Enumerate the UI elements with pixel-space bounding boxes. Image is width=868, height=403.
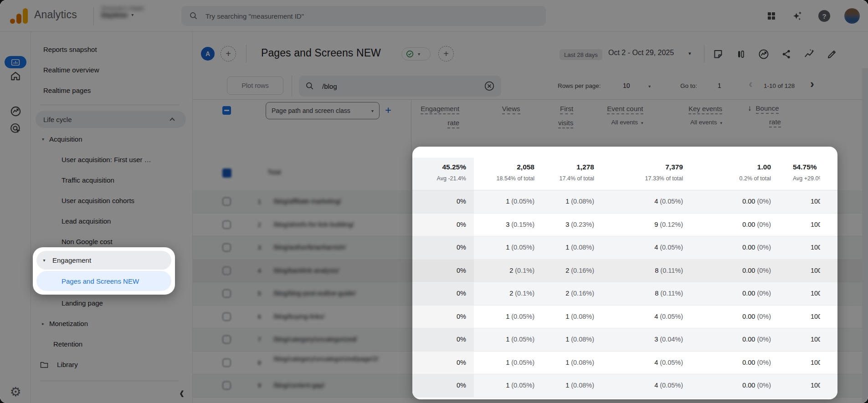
totals-engagement-rate: 45.25% Avg -21.4% bbox=[412, 158, 474, 190]
totals-bounce-rate: 54.75% Avg +29.0% bbox=[779, 158, 820, 190]
cell-event-count: 4 (0.05%) bbox=[601, 352, 690, 374]
cell-event-count: 8 (0.11%) bbox=[601, 260, 690, 282]
cell-event-count: 3 (0.04%) bbox=[601, 328, 690, 351]
cell-engagement-rate: 0% bbox=[412, 328, 474, 351]
cell-event-count: 4 (0.05%) bbox=[601, 190, 690, 213]
totals-views: 2,058 18.54% of total bbox=[474, 158, 542, 190]
cell-views: 1 (0.05%) bbox=[474, 306, 542, 328]
metrics-row[interactable]: 0%1 (0.05%)1 (0.08%)4 (0.05%)0.00 (0%)10… bbox=[412, 306, 837, 329]
metrics-row[interactable]: 0%1 (0.05%)1 (0.08%)4 (0.05%)0.00 (0%)10… bbox=[412, 236, 837, 260]
cell-first-visits: 3 (0.23%) bbox=[542, 214, 601, 236]
cell-event-count: 4 (0.05%) bbox=[601, 374, 690, 397]
nav-parent-label: Engagement bbox=[52, 256, 91, 264]
cell-first-visits: 1 (0.08%) bbox=[542, 236, 601, 259]
cell-bounce-rate: 100% bbox=[779, 214, 820, 236]
cell-bounce-rate: 100% bbox=[779, 352, 820, 374]
cell-engagement-rate: 0% bbox=[412, 352, 474, 374]
nav-item-pages-and-screens-new-selected[interactable]: Pages and Screens NEW bbox=[36, 271, 171, 291]
cell-key-events: 0.00 (0%) bbox=[690, 214, 779, 236]
cell-bounce-rate: 100% bbox=[779, 190, 820, 213]
metrics-row[interactable]: 0%2 (0.1%)2 (0.16%)8 (0.11%)0.00 (0%)100… bbox=[412, 260, 837, 283]
analytics-window: Analytics Shopmatic's Digital Daytime▾ T… bbox=[0, 0, 868, 403]
cell-bounce-rate: 100% bbox=[779, 236, 820, 259]
cell-key-events: 0.00 (0%) bbox=[690, 190, 779, 213]
cell-views: 3 (0.15%) bbox=[474, 214, 542, 236]
cell-first-visits: 1 (0.08%) bbox=[542, 374, 601, 397]
metrics-row[interactable]: 0%2 (0.1%)2 (0.16%)8 (0.11%)0.00 (0%)100… bbox=[412, 282, 837, 306]
metrics-row[interactable]: 0%1 (0.05%)1 (0.08%)3 (0.04%)0.00 (0%)10… bbox=[412, 328, 837, 352]
cell-key-events: 0.00 (0%) bbox=[690, 260, 779, 282]
cell-event-count: 9 (0.12%) bbox=[601, 214, 690, 236]
cell-key-events: 0.00 (0%) bbox=[690, 374, 779, 397]
nav-parent-engagement[interactable]: ▾ Engagement bbox=[36, 251, 171, 270]
cell-engagement-rate: 0% bbox=[412, 306, 474, 328]
cell-views: 1 (0.05%) bbox=[474, 190, 542, 213]
cell-bounce-rate: 100% bbox=[779, 328, 820, 351]
cell-engagement-rate: 0% bbox=[412, 214, 474, 236]
cell-key-events: 0.00 (0%) bbox=[690, 282, 779, 305]
totals-first-visits: 1,278 17.4% of total bbox=[542, 158, 601, 190]
cell-event-count: 8 (0.11%) bbox=[601, 282, 690, 305]
cell-engagement-rate: 0% bbox=[412, 236, 474, 259]
totals-key-events: 1.00 0.2% of total bbox=[690, 158, 779, 190]
cell-views: 2 (0.1%) bbox=[474, 282, 542, 305]
cell-key-events: 0.00 (0%) bbox=[690, 328, 779, 351]
cell-first-visits: 1 (0.08%) bbox=[542, 306, 601, 328]
cell-engagement-rate: 0% bbox=[412, 260, 474, 282]
cell-bounce-rate: 100% bbox=[779, 282, 820, 305]
table-rows-metrics-area: 0%1 (0.05%)1 (0.08%)4 (0.05%)0.00 (0%)10… bbox=[412, 190, 837, 398]
totals-event-count: 7,379 17.33% of total bbox=[601, 158, 690, 190]
cell-first-visits: 2 (0.16%) bbox=[542, 282, 601, 305]
table-spotlight-panel: 45.25% Avg -21.4% 2,058 18.54% of total … bbox=[412, 147, 837, 399]
cell-views: 1 (0.05%) bbox=[474, 352, 542, 374]
cell-engagement-rate: 0% bbox=[412, 374, 474, 397]
cell-bounce-rate: 100% bbox=[779, 260, 820, 282]
cell-views: 1 (0.05%) bbox=[474, 236, 542, 259]
cell-views: 2 (0.1%) bbox=[474, 260, 542, 282]
metrics-row[interactable]: 0%3 (0.15%)3 (0.23%)9 (0.12%)0.00 (0%)10… bbox=[412, 214, 837, 237]
expand-caret-icon: ▾ bbox=[39, 258, 49, 263]
cell-bounce-rate: 100% bbox=[779, 374, 820, 397]
cell-engagement-rate: 0% bbox=[412, 282, 474, 305]
cell-key-events: 0.00 (0%) bbox=[690, 236, 779, 259]
cell-views: 1 (0.05%) bbox=[474, 374, 542, 397]
metrics-row[interactable]: 0%1 (0.05%)1 (0.08%)4 (0.05%)0.00 (0%)10… bbox=[412, 352, 837, 375]
cell-key-events: 0.00 (0%) bbox=[690, 306, 779, 328]
cell-bounce-rate: 100% bbox=[779, 306, 820, 328]
nav-spotlight-panel: ▾ Engagement Pages and Screens NEW bbox=[33, 247, 175, 295]
cell-engagement-rate: 0% bbox=[412, 190, 474, 213]
cell-first-visits: 1 (0.08%) bbox=[542, 328, 601, 351]
metrics-row[interactable]: 0%1 (0.05%)1 (0.08%)4 (0.05%)0.00 (0%)10… bbox=[412, 190, 837, 214]
totals-row: 45.25% Avg -21.4% 2,058 18.54% of total … bbox=[412, 158, 837, 190]
metrics-row[interactable]: 0%1 (0.05%)1 (0.08%)4 (0.05%)0.00 (0%)10… bbox=[412, 374, 837, 398]
cell-first-visits: 2 (0.16%) bbox=[542, 260, 601, 282]
cell-event-count: 4 (0.05%) bbox=[601, 236, 690, 259]
cell-key-events: 0.00 (0%) bbox=[690, 352, 779, 374]
cell-first-visits: 1 (0.08%) bbox=[542, 352, 601, 374]
cell-event-count: 4 (0.05%) bbox=[601, 306, 690, 328]
cell-first-visits: 1 (0.08%) bbox=[542, 190, 601, 213]
cell-views: 1 (0.05%) bbox=[474, 328, 542, 351]
